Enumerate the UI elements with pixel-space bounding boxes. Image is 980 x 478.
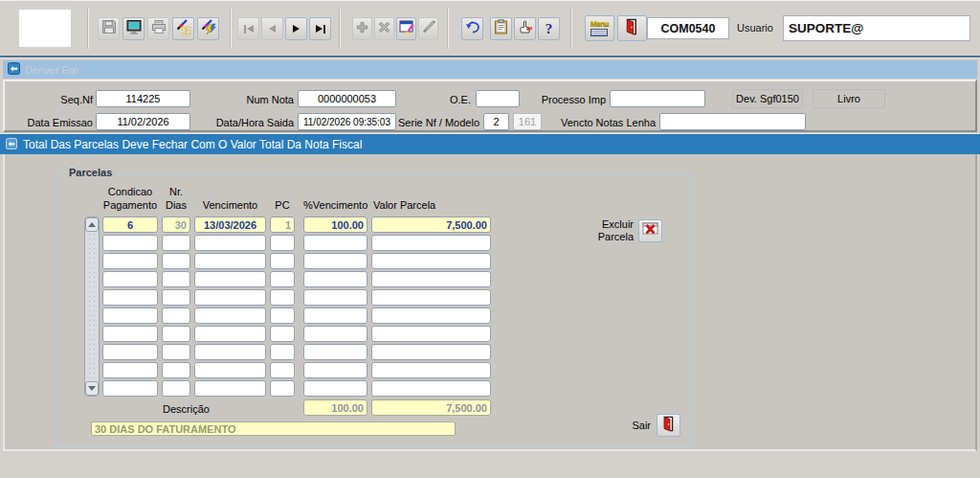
erp-screen: ? ? Menu COM0540 Usuario SUPORTE@ <box>0 0 980 478</box>
cell-nr-dias[interactable] <box>162 271 190 287</box>
list-of-values-button[interactable] <box>514 17 536 40</box>
cell-pc[interactable] <box>270 362 295 378</box>
previous-record-button[interactable] <box>261 17 283 40</box>
cell-perc-vencimento[interactable] <box>303 362 368 378</box>
cell-perc-vencimento[interactable] <box>303 289 368 306</box>
cell-valor-parcela[interactable]: 7,500.00 <box>371 216 491 233</box>
clipboard-button[interactable] <box>490 17 512 40</box>
scroll-up-button[interactable] <box>85 217 99 232</box>
cell-perc-vencimento[interactable]: 100.00 <box>303 216 368 233</box>
cell-nr-dias[interactable] <box>162 307 190 324</box>
cell-perc-vencimento[interactable] <box>303 344 368 360</box>
data-emissao-label: Data Emissao <box>10 117 93 128</box>
cell-perc-vencimento[interactable] <box>303 235 368 251</box>
cell-valor-parcela[interactable] <box>371 235 491 251</box>
cell-nr-dias[interactable] <box>162 362 190 378</box>
cell-vencimento[interactable] <box>194 326 266 342</box>
menu-button[interactable]: Menu <box>585 15 614 41</box>
exit-button[interactable] <box>617 15 647 41</box>
cell-condicao-pagamento[interactable]: 6 <box>102 216 158 233</box>
enter-query-button[interactable]: ? <box>172 17 194 40</box>
cell-pc[interactable] <box>270 271 295 287</box>
oe-field[interactable] <box>476 90 520 107</box>
cell-pc[interactable] <box>270 235 295 251</box>
descricao-field[interactable]: 30 DIAS DO FATURAMENTO <box>91 421 456 436</box>
cell-pc[interactable]: 1 <box>270 216 295 233</box>
parcelas-scrollbar[interactable] <box>84 216 100 397</box>
cell-pc[interactable] <box>270 344 295 360</box>
cell-valor-parcela[interactable] <box>371 380 491 397</box>
undo-button[interactable] <box>461 17 483 40</box>
cell-condicao-pagamento[interactable] <box>102 362 158 378</box>
cell-vencimento[interactable] <box>194 344 266 360</box>
cell-nr-dias[interactable] <box>162 289 190 306</box>
cell-perc-vencimento[interactable] <box>303 380 368 397</box>
seq-nf-field[interactable]: 114225 <box>96 90 190 107</box>
sair-button[interactable] <box>657 414 680 437</box>
cell-vencimento[interactable] <box>194 307 266 324</box>
screen-button[interactable] <box>122 17 145 40</box>
cell-condicao-pagamento[interactable] <box>102 235 158 251</box>
cell-perc-vencimento[interactable] <box>303 271 368 287</box>
cell-nr-dias[interactable] <box>162 235 190 251</box>
cell-condicao-pagamento[interactable] <box>102 253 158 269</box>
cell-vencimento[interactable] <box>194 380 266 397</box>
delete-record-button[interactable] <box>374 17 394 40</box>
cell-pc[interactable] <box>270 307 295 324</box>
execute-query-button[interactable] <box>197 17 219 40</box>
cell-valor-parcela[interactable] <box>371 326 491 342</box>
cell-vencimento[interactable] <box>194 253 266 269</box>
cell-condicao-pagamento[interactable] <box>102 326 158 342</box>
cell-condicao-pagamento[interactable] <box>102 271 158 287</box>
cell-pc[interactable] <box>270 289 295 306</box>
num-nota-field[interactable]: 0000000053 <box>298 90 396 107</box>
cell-nr-dias[interactable]: 30 <box>162 216 190 233</box>
cell-valor-parcela[interactable] <box>371 362 491 378</box>
cell-vencimento[interactable] <box>194 289 266 306</box>
cell-valor-parcela[interactable] <box>371 253 491 269</box>
cell-valor-parcela[interactable] <box>371 289 491 306</box>
cell-valor-parcela[interactable] <box>371 271 491 287</box>
cell-nr-dias[interactable] <box>162 380 190 397</box>
insert-record-button[interactable] <box>352 17 372 40</box>
cell-condicao-pagamento[interactable] <box>102 307 158 324</box>
dev-sgf0150-button[interactable]: Dev. Sgf0150 <box>732 89 803 108</box>
usuario-field[interactable]: SUPORTE@ <box>783 15 970 41</box>
cell-condicao-pagamento[interactable] <box>102 289 158 306</box>
serie-field[interactable]: 2 <box>483 113 509 130</box>
processo-imp-field[interactable] <box>610 90 705 107</box>
cell-perc-vencimento[interactable] <box>303 307 368 324</box>
edit-record-button[interactable] <box>396 17 416 40</box>
cell-nr-dias[interactable] <box>162 344 190 360</box>
livro-button[interactable]: Livro <box>813 89 885 108</box>
last-record-button[interactable] <box>309 17 331 40</box>
cell-pc[interactable] <box>270 380 295 397</box>
cell-pc[interactable] <box>270 326 295 342</box>
clear-record-button[interactable] <box>418 17 438 40</box>
next-record-button[interactable] <box>285 17 307 40</box>
data-hora-saida-field[interactable]: 11/02/2026 09:35:03 <box>298 113 396 130</box>
data-emissao-field[interactable]: 11/02/2026 <box>96 113 190 130</box>
cell-vencimento[interactable] <box>194 271 266 287</box>
cell-nr-dias[interactable] <box>162 253 190 269</box>
cell-nr-dias[interactable] <box>162 326 190 342</box>
scroll-down-button[interactable] <box>85 381 99 396</box>
first-record-button[interactable] <box>237 17 259 40</box>
help-button[interactable]: ? <box>538 17 560 40</box>
toolbar-separator <box>570 9 572 49</box>
total-perc-field: 100.00 <box>303 399 368 416</box>
cell-pc[interactable] <box>270 253 295 269</box>
cell-perc-vencimento[interactable] <box>303 253 368 269</box>
cell-valor-parcela[interactable] <box>371 344 491 360</box>
save-button[interactable] <box>98 17 120 40</box>
cell-condicao-pagamento[interactable] <box>102 344 158 360</box>
cell-perc-vencimento[interactable] <box>303 326 368 342</box>
vencto-notas-lenha-field[interactable] <box>659 113 806 130</box>
cell-vencimento[interactable] <box>194 362 266 378</box>
cell-vencimento[interactable] <box>194 235 266 251</box>
print-button[interactable] <box>147 17 169 40</box>
excluir-parcela-button[interactable] <box>638 219 662 242</box>
cell-vencimento[interactable]: 13/03/2026 <box>194 216 266 233</box>
cell-condicao-pagamento[interactable] <box>102 380 158 397</box>
cell-valor-parcela[interactable] <box>371 307 491 324</box>
